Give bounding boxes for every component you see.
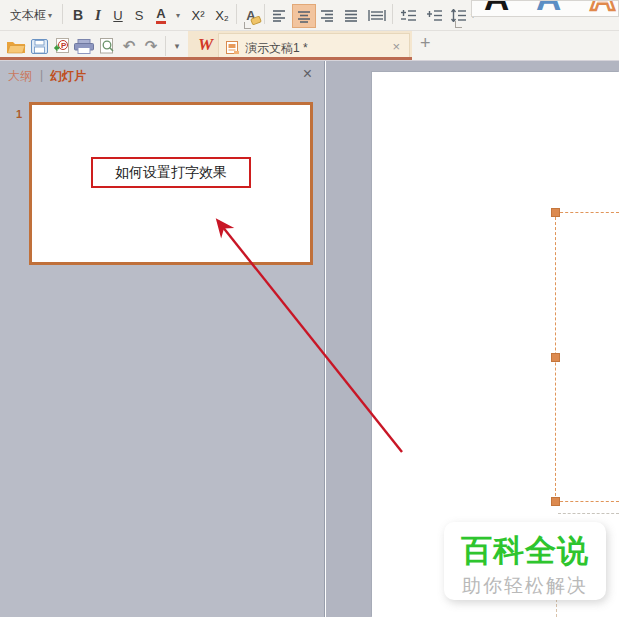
- paragraph-dialog-launcher[interactable]: [455, 21, 462, 28]
- decrease-paragraph-spacing-button[interactable]: [424, 4, 446, 26]
- toolbar-separator: [392, 4, 393, 24]
- quickbar-more-dropdown[interactable]: ▾: [170, 37, 184, 55]
- line-spacing-icon: [451, 9, 467, 22]
- selection-border-bottom: [555, 501, 619, 502]
- print-button[interactable]: [74, 37, 94, 55]
- presentation-file-icon: [225, 40, 240, 55]
- panel-close-icon[interactable]: ×: [303, 65, 312, 83]
- pdf-letter: P: [61, 41, 67, 50]
- bold-button[interactable]: B: [68, 3, 88, 27]
- font-preset-black[interactable]: A: [484, 0, 509, 15]
- slide-thumbnail[interactable]: 如何设置打字效果: [29, 102, 313, 265]
- align-justify-button[interactable]: [340, 4, 362, 26]
- save-floppy-icon: [31, 39, 48, 54]
- print-preview-icon: [99, 38, 115, 54]
- selection-handle-middle-left[interactable]: [551, 353, 560, 362]
- active-tab-underline: [0, 57, 412, 60]
- export-pdf-button[interactable]: P: [52, 37, 70, 55]
- watermark-subtitle: 助你轻松解决: [444, 573, 606, 599]
- distribute-text-icon: [368, 9, 386, 22]
- textbox-button[interactable]: 文本框 ▾: [2, 3, 60, 27]
- annotation-red-box: 如何设置打字效果: [91, 157, 251, 188]
- subscript-button[interactable]: X₂: [210, 3, 234, 27]
- italic-button[interactable]: I: [90, 3, 106, 27]
- wps-logo[interactable]: W: [198, 35, 213, 55]
- increase-paragraph-spacing-button[interactable]: [398, 4, 420, 26]
- toolbar-separator: [62, 4, 63, 24]
- align-left-button[interactable]: [268, 4, 290, 26]
- redo-button[interactable]: ↷: [142, 37, 160, 55]
- wps-presentation-window: 文本框 ▾ B I U S A ▾ X² X₂ A: [0, 0, 619, 617]
- align-center-button[interactable]: [292, 4, 316, 28]
- quick-access-bar: P ↶ ↷ ▾ W: [0, 31, 619, 61]
- increase-spacing-icon: [401, 9, 417, 22]
- format-toolbar: 文本框 ▾ B I U S A ▾ X² X₂ A: [0, 0, 619, 31]
- print-preview-button[interactable]: [98, 37, 115, 55]
- font-color-dropdown[interactable]: ▾: [172, 3, 182, 27]
- selection-border-top: [555, 212, 619, 213]
- strikethrough-button[interactable]: S: [130, 3, 148, 27]
- watermark-title: 百科全说: [444, 530, 606, 572]
- document-tab[interactable]: 演示文稿1 * ×: [218, 33, 410, 60]
- align-center-icon: [297, 10, 311, 23]
- slide-canvas-area: 百科全说 助你轻松解决: [326, 61, 619, 617]
- selection-handle-top-left[interactable]: [551, 208, 560, 217]
- new-tab-button[interactable]: +: [420, 33, 431, 54]
- slide-number: 1: [16, 108, 22, 120]
- toolbar-separator: [165, 36, 166, 56]
- panel-tab-separator: |: [40, 68, 43, 82]
- textbox-button-label: 文本框: [10, 7, 46, 24]
- align-left-icon: [272, 9, 286, 22]
- pdf-icon: P: [53, 38, 70, 54]
- chevron-down-icon: ▾: [176, 11, 180, 20]
- superscript-button[interactable]: X²: [186, 3, 210, 27]
- font-preset-outline[interactable]: A: [590, 0, 615, 15]
- font-preset-blue[interactable]: A: [536, 0, 561, 15]
- distribute-text-button[interactable]: [364, 4, 390, 26]
- align-justify-icon: [344, 9, 358, 22]
- font-dialog-launcher[interactable]: [244, 22, 251, 29]
- decrease-spacing-icon: [427, 9, 443, 22]
- align-right-icon: [320, 9, 334, 22]
- watermark-card: 百科全说 助你轻松解决: [444, 522, 606, 600]
- tab-close-icon[interactable]: ×: [392, 39, 400, 54]
- font-color-button[interactable]: A: [150, 3, 172, 27]
- highlight-eraser-icon: [250, 16, 262, 26]
- save-button[interactable]: [30, 37, 48, 55]
- placeholder-dashed-border-horizontal: [558, 513, 619, 514]
- tab-slides[interactable]: 幻灯片: [50, 68, 86, 85]
- toolbar-separator: [236, 4, 237, 24]
- open-folder-icon: [6, 39, 26, 54]
- slide-page[interactable]: 百科全说 助你轻松解决: [372, 72, 619, 617]
- slide-title-text: 如何设置打字效果: [115, 164, 227, 182]
- align-right-button[interactable]: [316, 4, 338, 26]
- tab-outline[interactable]: 大纲: [8, 68, 32, 85]
- underline-button[interactable]: U: [108, 3, 128, 27]
- selection-handle-bottom-left[interactable]: [551, 497, 560, 506]
- font-color-letter: A: [156, 7, 165, 24]
- chevron-down-icon: ▾: [48, 11, 52, 20]
- slides-panel: 大纲 | 幻灯片 × 1 如何设置打字效果: [0, 61, 325, 617]
- document-tab-title: 演示文稿1 *: [245, 40, 308, 57]
- toolbar-separator: [264, 4, 265, 24]
- font-preset-gallery[interactable]: A A A: [471, 0, 619, 17]
- open-file-button[interactable]: [6, 37, 26, 55]
- printer-icon: [74, 39, 94, 54]
- undo-button[interactable]: ↶: [120, 37, 138, 55]
